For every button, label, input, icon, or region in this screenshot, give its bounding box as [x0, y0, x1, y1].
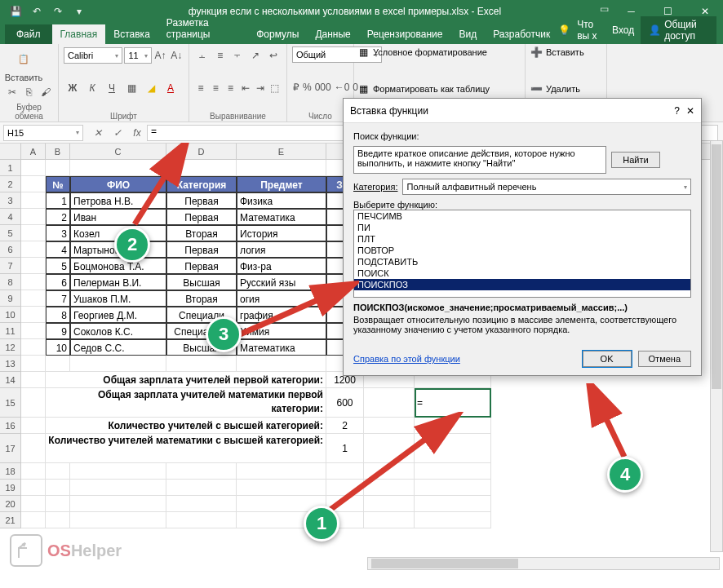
- qat-dropdown-icon[interactable]: ▾: [70, 2, 88, 20]
- italic-icon[interactable]: К: [83, 79, 101, 97]
- cell[interactable]: Седов С.С.: [70, 339, 166, 356]
- cell[interactable]: [166, 356, 237, 372]
- format-table-label[interactable]: Форматировать как таблицу: [373, 84, 490, 94]
- cell[interactable]: [21, 418, 46, 434]
- align-left-icon[interactable]: ≡: [194, 79, 207, 97]
- row-header[interactable]: 13: [0, 356, 21, 372]
- horizontal-scrollbar[interactable]: [367, 557, 720, 570]
- function-list-item[interactable]: ПОДСТАВИТЬ: [354, 256, 690, 267]
- cell[interactable]: Физика: [237, 192, 326, 209]
- format-painter-icon[interactable]: 🖌: [38, 83, 53, 101]
- cell[interactable]: Георгиев Д.М.: [70, 307, 166, 323]
- cell[interactable]: [21, 160, 46, 176]
- grow-font-icon[interactable]: A↑: [153, 46, 168, 64]
- wrap-text-icon[interactable]: ↩: [265, 46, 282, 64]
- cell[interactable]: [46, 480, 70, 496]
- cell[interactable]: [21, 307, 46, 323]
- cell[interactable]: логия: [237, 241, 326, 258]
- summary-label[interactable]: Общая зарплата учителей математики перво…: [46, 388, 326, 418]
- cell[interactable]: [166, 463, 237, 480]
- undo-icon[interactable]: ↶: [28, 2, 46, 20]
- cell[interactable]: [166, 496, 237, 512]
- indent-dec-icon[interactable]: ⇤: [239, 79, 252, 97]
- cond-format-icon[interactable]: ▦: [359, 46, 368, 58]
- colhdr-a[interactable]: A: [21, 144, 46, 159]
- save-icon[interactable]: 💾: [7, 2, 24, 20]
- cell[interactable]: 3: [46, 225, 70, 241]
- cell[interactable]: [237, 463, 326, 480]
- cell[interactable]: 8: [46, 307, 70, 323]
- cell[interactable]: [21, 496, 46, 512]
- function-list[interactable]: ПЕЧСИМВПИПЛТПОВТОРПОДСТАВИТЬПОИСКПОИСКПО…: [353, 210, 691, 298]
- cell[interactable]: Первая: [166, 258, 237, 274]
- font-color-icon[interactable]: A: [162, 79, 180, 97]
- font-name-select[interactable]: Calibri▾: [64, 47, 122, 64]
- dialog-help-icon[interactable]: ?: [674, 105, 680, 117]
- search-function-input[interactable]: [353, 146, 606, 174]
- row-header[interactable]: 4: [0, 209, 21, 225]
- cell[interactable]: [21, 241, 46, 258]
- cell[interactable]: [21, 323, 46, 339]
- cell[interactable]: [21, 192, 46, 209]
- cancel-button[interactable]: Отмена: [638, 351, 691, 367]
- cell[interactable]: Соколов К.С.: [70, 323, 166, 339]
- percent-icon[interactable]: %: [302, 78, 313, 96]
- row-header[interactable]: 2: [0, 176, 21, 192]
- tab-developer[interactable]: Разработчик: [485, 24, 558, 44]
- cell[interactable]: [21, 480, 46, 496]
- insert-cells-label[interactable]: Вставить: [546, 47, 584, 57]
- cell[interactable]: 1: [46, 192, 70, 209]
- fx-icon[interactable]: fx: [127, 125, 147, 141]
- copy-icon[interactable]: ⎘: [21, 83, 36, 101]
- cell[interactable]: [166, 480, 237, 496]
- tab-pagelayout[interactable]: Разметка страницы: [158, 13, 248, 44]
- format-table-icon[interactable]: ▦: [359, 83, 368, 95]
- underline-icon[interactable]: Ч: [103, 79, 121, 97]
- function-list-item[interactable]: ПОИСКПОЗ: [354, 279, 690, 290]
- colhdr-b[interactable]: B: [46, 144, 70, 159]
- cell[interactable]: [237, 356, 326, 372]
- cell[interactable]: 5: [46, 258, 70, 274]
- row-header[interactable]: 3: [0, 192, 21, 209]
- cell[interactable]: [70, 512, 166, 528]
- row-header[interactable]: 12: [0, 339, 21, 356]
- cell[interactable]: Высшая: [166, 274, 237, 290]
- merge-icon[interactable]: ⬚: [268, 79, 282, 97]
- row-header[interactable]: 20: [0, 496, 21, 512]
- row-header[interactable]: 10: [0, 307, 21, 323]
- cell[interactable]: История: [237, 225, 326, 241]
- cell[interactable]: 7: [46, 290, 70, 307]
- row-header[interactable]: 21: [0, 512, 21, 528]
- row-header[interactable]: 7: [0, 258, 21, 274]
- cell[interactable]: [237, 480, 326, 496]
- function-list-item[interactable]: ПЕЧСИМВ: [354, 210, 690, 222]
- cell[interactable]: Первая: [166, 241, 237, 258]
- row-header[interactable]: 15: [0, 388, 21, 418]
- cell[interactable]: [21, 356, 46, 372]
- tab-file[interactable]: Файл: [5, 24, 52, 44]
- enter-formula-icon[interactable]: ✓: [108, 125, 127, 141]
- cell[interactable]: [70, 496, 166, 512]
- cut-icon[interactable]: ✂: [5, 83, 20, 101]
- cell[interactable]: Физ-ра: [237, 258, 326, 274]
- comma-icon[interactable]: 000: [314, 78, 332, 96]
- align-center-icon[interactable]: ≡: [209, 79, 222, 97]
- delete-cells-icon[interactable]: ➖: [530, 83, 543, 95]
- cell[interactable]: [21, 290, 46, 307]
- insert-cells-icon[interactable]: ➕: [530, 46, 543, 58]
- cell[interactable]: Математика: [237, 209, 326, 225]
- redo-icon[interactable]: ↷: [49, 2, 67, 20]
- signin-label[interactable]: Вход: [612, 24, 634, 36]
- tellme-icon[interactable]: 💡: [558, 24, 570, 36]
- cell[interactable]: [46, 496, 70, 512]
- cell[interactable]: [70, 356, 166, 372]
- tab-view[interactable]: Вид: [450, 24, 485, 44]
- tab-review[interactable]: Рецензирование: [359, 24, 451, 44]
- cell[interactable]: [46, 160, 70, 176]
- cell[interactable]: Вторая: [166, 290, 237, 307]
- delete-cells-label[interactable]: Удалить: [546, 84, 580, 94]
- dialog-close-icon[interactable]: ✕: [686, 105, 694, 117]
- function-list-item[interactable]: ПОИСК: [354, 267, 690, 279]
- cell[interactable]: 4: [46, 241, 70, 258]
- row-header[interactable]: 9: [0, 290, 21, 307]
